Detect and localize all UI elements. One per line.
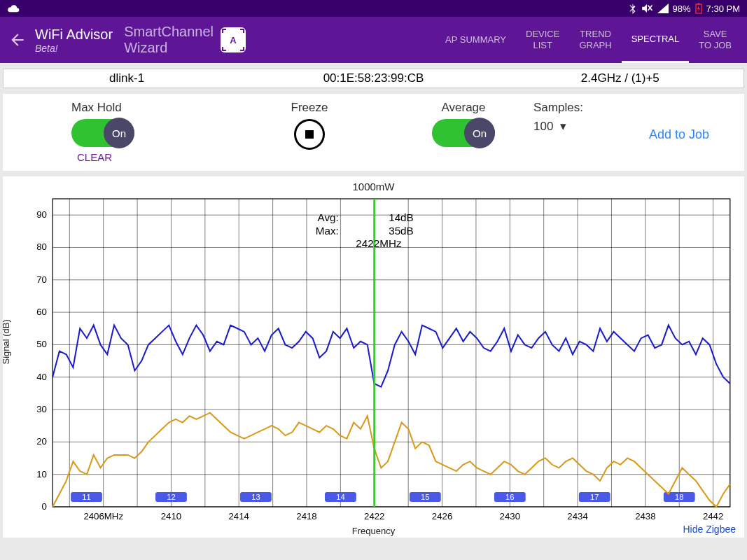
app-title: WiFi Advisor [35,27,113,43]
svg-text:2418: 2418 [296,511,316,522]
svg-text:50: 50 [36,340,47,350]
svg-text:2410: 2410 [161,511,181,522]
svg-text:90: 90 [36,209,47,220]
status-bar: 98% 7:30 PM [0,0,747,17]
back-button[interactable] [6,28,29,52]
battery-icon [695,3,702,14]
svg-text:2438: 2438 [635,511,655,522]
svg-text:14: 14 [336,493,344,501]
ssid: dlink-1 [4,71,250,85]
x-axis-label: Frequency [10,526,737,536]
svg-text:13: 13 [251,493,260,501]
app-subtitle: Beta! [35,43,113,54]
svg-text:70: 70 [36,274,47,285]
svg-text:2422MHz: 2422MHz [356,238,402,250]
controls-panel: Max Hold On Freeze Average On Samples: 1… [3,94,744,171]
ap-info-row: dlink-1 00:1E:58:23:99:CB 2.4GHz / (1)+5 [3,69,744,88]
svg-text:40: 40 [36,372,47,382]
svg-text:11: 11 [82,493,90,501]
freeze-button[interactable] [294,119,325,150]
wizard-icon: A [221,27,246,52]
clear-button[interactable]: CLEAR [77,151,112,163]
svg-text:2422: 2422 [364,511,384,522]
spectral-plot[interactable]: 01020304050607080902406MHz24102414241824… [10,195,737,535]
tab-device-list[interactable]: DEVICELIST [516,17,569,63]
svg-text:2406MHz: 2406MHz [83,511,123,522]
svg-text:80: 80 [36,242,47,253]
average-toggle[interactable]: On [432,119,495,147]
svg-text:12: 12 [167,493,175,501]
y-axis-label: Signal (dB) [1,319,11,364]
svg-text:2434: 2434 [567,511,587,522]
add-to-job-button[interactable]: Add to Job [649,127,709,142]
average-label: Average [441,101,485,115]
svg-text:2442: 2442 [703,511,723,522]
tab-ap-summary[interactable]: AP SUMMARY [435,17,516,63]
svg-text:17: 17 [590,493,599,501]
chart-card: 1000mW 01020304050607080902406MHz2410241… [3,176,744,538]
tab-save-to-job[interactable]: SAVETO JOB [689,17,741,63]
maxhold-toggle[interactable]: On [71,119,134,147]
svg-text:20: 20 [36,436,47,447]
svg-text:14dB: 14dB [389,212,414,224]
tab-trend-graph[interactable]: TRENDGRAPH [569,17,621,63]
svg-text:16: 16 [505,493,514,501]
hide-zigbee-button[interactable]: Hide Zigbee [683,524,736,535]
tab-bar: AP SUMMARYDEVICELISTTRENDGRAPHSPECTRALSA… [435,17,741,63]
battery-pct: 98% [673,4,691,14]
svg-text:2426: 2426 [432,511,452,522]
svg-text:Avg:: Avg: [318,212,339,224]
tab-spectral[interactable]: SPECTRAL [622,17,690,63]
chart-title: 1000mW [10,181,737,192]
svg-text:2430: 2430 [500,511,520,522]
maxhold-label: Max Hold [71,101,122,115]
smartchannel-button[interactable]: SmartChannel Wizard A [124,24,246,56]
mac: 00:1E:58:23:99:CB [250,71,496,85]
app-bar: WiFi Advisor Beta! SmartChannel Wizard A… [0,17,747,63]
chevron-down-icon: ▾ [560,119,566,134]
app-title-block: WiFi Advisor Beta! [35,27,113,54]
svg-text:10: 10 [36,469,47,479]
signal-icon [657,4,669,13]
svg-text:Max:: Max: [316,225,339,237]
svg-text:35dB: 35dB [389,225,414,237]
samples-label: Samples: [533,101,732,115]
mute-icon [641,3,653,14]
bluetooth-icon [629,3,636,14]
svg-text:0: 0 [42,501,47,512]
svg-text:15: 15 [421,493,429,501]
freeze-label: Freeze [291,101,328,115]
cloud-icon [7,4,20,13]
band: 2.4GHz / (1)+5 [497,71,743,85]
svg-text:30: 30 [36,404,47,414]
svg-rect-3 [697,4,699,5]
svg-text:2414: 2414 [229,511,249,522]
svg-text:18: 18 [675,493,683,501]
svg-text:60: 60 [36,307,47,317]
clock: 7:30 PM [706,4,740,14]
